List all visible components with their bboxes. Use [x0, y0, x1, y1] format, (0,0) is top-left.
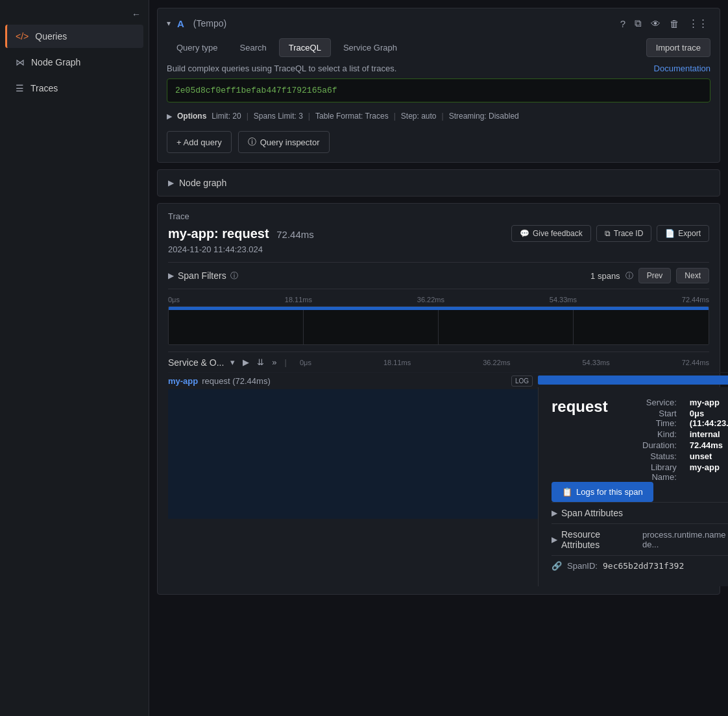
- options-row: ▶ Options Limit: 20 | Spans Limit: 3 | T…: [167, 109, 710, 123]
- start-time-label: Start Time:: [642, 409, 677, 428]
- options-spans-limit: Spans Limit: 3: [254, 112, 303, 121]
- query-tabs: Query type Search TraceQL Service Graph …: [167, 38, 710, 57]
- timeline-grid: [169, 307, 709, 344]
- span-section: my-app request (72.44ms) LOG request: [168, 372, 709, 586]
- query-header-icons: ? ⧉ 👁 🗑 ⋮⋮: [618, 15, 710, 32]
- span-attr-label: Span Attributes: [561, 508, 623, 518]
- timeline-header: 0μs 18.11ms 36.22ms 54.33ms 72.44ms: [168, 294, 709, 305]
- res-attr-chevron: ▶: [552, 535, 557, 544]
- code-icon: </>: [16, 31, 29, 42]
- node-graph-panel[interactable]: ▶ Node graph: [157, 169, 720, 197]
- span-row: my-app request (72.44ms) LOG: [168, 372, 538, 389]
- tl-cell-1: [304, 307, 439, 344]
- datasource-name: (Tempo): [193, 18, 226, 29]
- sf-info-icon: ⓘ: [230, 270, 238, 281]
- span-right-col: request Service: my-app Start Time: 0μs …: [538, 372, 728, 586]
- span-bar-row: [538, 372, 728, 387]
- span-id-row: 🔗 SpanID: 9ec65b2dd731f392: [552, 555, 728, 576]
- sidebar-item-traces[interactable]: ☰ Traces: [5, 77, 143, 100]
- start-time-value: 0μs (11:44:23.024): [690, 409, 728, 428]
- traceql-input[interactable]: 2e05d8cf0eff1befab447f1792165a6f: [167, 78, 710, 102]
- copy-doc-icon: ⧉: [605, 229, 611, 238]
- delete-icon-button[interactable]: 🗑: [667, 16, 682, 32]
- options-chevron[interactable]: ▶: [167, 112, 172, 121]
- next-button[interactable]: Next: [676, 268, 709, 283]
- import-trace-button[interactable]: Import trace: [646, 38, 710, 57]
- tl-mark-4: 72.44ms: [682, 296, 709, 304]
- library-name-value: my-app: [690, 462, 728, 482]
- timeline-bar: [168, 306, 709, 345]
- export-button[interactable]: 📄 Export: [657, 225, 709, 242]
- sidebar-item-label: Traces: [30, 83, 58, 93]
- sf-chevron-icon[interactable]: ▶: [168, 271, 174, 280]
- span-attributes-row[interactable]: ▶ Span Attributes: [552, 502, 728, 523]
- svc-expand-btn[interactable]: ▶: [240, 356, 252, 368]
- span-bar: [538, 376, 728, 385]
- svc-timeline-headers: 0μs 18.11ms 36.22ms 54.33ms 72.44ms: [293, 359, 709, 366]
- description-text: Build complex queries using TraceQL to s…: [167, 64, 396, 73]
- svc-collapse-all[interactable]: ⇊: [254, 356, 267, 368]
- tab-search[interactable]: Search: [230, 38, 276, 57]
- span-id-value: 9ec65b2dd731f392: [603, 561, 684, 571]
- span-log-button[interactable]: LOG: [511, 376, 533, 387]
- documentation-link[interactable]: Documentation: [654, 64, 710, 73]
- help-icon-button[interactable]: ?: [618, 16, 628, 32]
- svc-op-label: Service & O...: [168, 357, 224, 368]
- res-attr-label: Resource Attributes: [561, 529, 636, 550]
- traces-icon: ☰: [16, 83, 24, 93]
- sidebar-collapse-button[interactable]: ←: [132, 9, 141, 19]
- collapse-icon[interactable]: ▾: [167, 19, 171, 28]
- query-description: Build complex queries using TraceQL to s…: [167, 64, 710, 73]
- options-limit: Limit: 20: [212, 112, 241, 121]
- copy-icon-button[interactable]: ⧉: [632, 15, 644, 32]
- svc-expand-all[interactable]: »: [269, 356, 279, 368]
- svc-tl-mark-2: 36.22ms: [483, 359, 510, 366]
- tl-mark-0: 0μs: [168, 296, 180, 304]
- tab-query-type[interactable]: Query type: [167, 38, 228, 57]
- library-name-label: Library Name:: [642, 462, 677, 482]
- status-value: unset: [690, 451, 728, 461]
- info-circle-icon: ⓘ: [248, 136, 256, 148]
- sidebar-collapse-area: ←: [0, 5, 149, 23]
- sidebar-item-label: Queries: [35, 31, 67, 42]
- add-query-button[interactable]: + Add query: [167, 131, 232, 153]
- tl-mark-3: 54.33ms: [550, 296, 577, 304]
- tab-traceql[interactable]: TraceQL: [279, 38, 331, 57]
- tl-cell-2: [439, 307, 574, 344]
- svc-tl-mark-3: 54.33ms: [583, 359, 610, 366]
- logs-for-span-button[interactable]: 📋 Logs for this span: [552, 482, 653, 502]
- span-detail-panel: request Service: my-app Start Time: 0μs …: [538, 387, 728, 586]
- tl-mark-1: 18.11ms: [285, 296, 312, 304]
- tl-cell-3: [574, 307, 709, 344]
- prev-button[interactable]: Prev: [638, 268, 672, 283]
- trace-duration: 72.44ms: [276, 229, 314, 240]
- eye-icon-button[interactable]: 👁: [648, 16, 663, 32]
- tab-service-graph[interactable]: Service Graph: [334, 38, 407, 57]
- options-table-format: Table Format: Traces: [315, 112, 389, 121]
- duration-value: 72.44ms: [690, 440, 728, 450]
- svc-tl-mark-0: 0μs: [300, 359, 311, 366]
- query-inspector-button[interactable]: ⓘ Query inspector: [238, 131, 330, 153]
- trace-id-button[interactable]: ⧉ Trace ID: [596, 225, 652, 242]
- more-icon-button[interactable]: ⋮⋮: [686, 15, 710, 32]
- link-icon: 🔗: [552, 561, 562, 571]
- give-feedback-button[interactable]: 💬 Give feedback: [511, 225, 591, 242]
- options-label[interactable]: Options: [177, 112, 206, 121]
- trace-title-row: my-app: request 72.44ms 💬 Give feedback …: [168, 225, 709, 242]
- sidebar-item-node-graph[interactable]: ⋈ Node Graph: [5, 51, 143, 74]
- svc-tl-mark-4: 72.44ms: [682, 359, 709, 366]
- spans-info-icon: ⓘ: [625, 270, 633, 281]
- node-graph-label: Node graph: [179, 178, 226, 188]
- trace-section-label: Trace: [168, 211, 709, 221]
- sidebar: ← </> Queries ⋈ Node Graph ☰ Traces: [0, 0, 149, 716]
- span-detail-left: [168, 389, 538, 519]
- datasource-letter: A: [177, 18, 184, 29]
- kind-value: internal: [690, 429, 728, 439]
- res-attr-value: process.runtime.name = de...: [642, 530, 728, 549]
- timeline-blue-bar: [169, 307, 709, 310]
- main-content: ▾ A (Tempo) ? ⧉ 👁 🗑 ⋮⋮ Query type Search…: [149, 0, 728, 716]
- sidebar-item-queries[interactable]: </> Queries: [5, 25, 143, 48]
- resource-attributes-row[interactable]: ▶ Resource Attributes process.runtime.na…: [552, 523, 728, 555]
- svc-chevron-down[interactable]: ▾: [228, 356, 237, 368]
- span-filters-row: ▶ Span Filters ⓘ 1 spans ⓘ Prev Next: [168, 262, 709, 289]
